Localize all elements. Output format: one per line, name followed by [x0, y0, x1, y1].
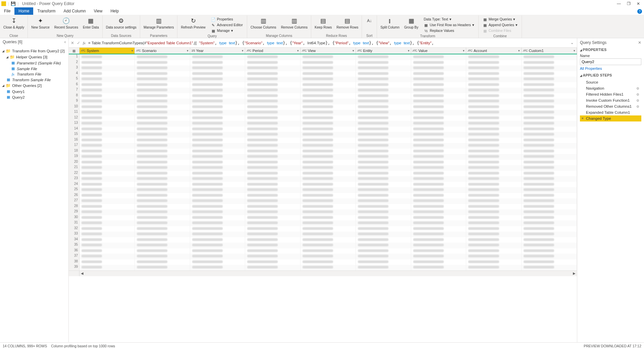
advanced-editor-button[interactable]: ✎Advanced Editor	[210, 22, 244, 28]
table-row[interactable]: 38	[69, 259, 577, 265]
cancel-formula-icon[interactable]: ✕	[71, 41, 74, 45]
accept-formula-icon[interactable]: ✓	[77, 41, 80, 45]
tab-add-column[interactable]: Add Column	[60, 7, 90, 15]
table-row[interactable]: 4	[69, 71, 577, 77]
append-queries-button[interactable]: ▦Append Queries ▾	[482, 22, 518, 28]
query-parameter1[interactable]: ▦Parameter1 (Sample File)	[1, 60, 67, 66]
new-source-button[interactable]: ✦New Source	[30, 16, 51, 30]
table-row[interactable]: 29	[69, 209, 577, 215]
formula-text[interactable]: = Table.TransformColumnTypes(#"Expanded …	[88, 41, 567, 45]
folder-transform-file[interactable]: ◢📁Transform File from Query2 [2]	[1, 48, 67, 54]
step-invoke-custom-function1[interactable]: Invoke Custom Function1⚙	[580, 97, 641, 103]
table-row[interactable]: 33	[69, 232, 577, 237]
folder-helper-queries[interactable]: ◢📁Helper Queries [3]	[1, 54, 67, 60]
merge-queries-button[interactable]: ▦Merge Queries ▾	[482, 17, 518, 22]
remove-columns-button[interactable]: ▥Remove Columns	[280, 16, 309, 30]
enter-data-button[interactable]: ▦Enter Data	[82, 16, 100, 30]
column-header-account[interactable]: AᴮCAccount▾	[466, 48, 522, 54]
collapse-queries-icon[interactable]: ‹	[64, 40, 66, 44]
column-header-custom1[interactable]: AᴮCCustom1▾	[522, 48, 577, 54]
step-navigation[interactable]: Navigation⚙	[580, 85, 641, 91]
close-apply-button[interactable]: ↧Close & Apply	[2, 16, 25, 30]
gear-icon[interactable]: ⚙	[636, 99, 639, 102]
table-row[interactable]: 21	[69, 165, 577, 171]
table-row[interactable]: 24	[69, 182, 577, 188]
table-row[interactable]: 7	[69, 88, 577, 93]
table-row[interactable]: 27	[69, 198, 577, 204]
table-row[interactable]: 30	[69, 215, 577, 221]
split-column-button[interactable]: ⫿Split Column	[379, 16, 401, 30]
table-row[interactable]: 2	[69, 60, 577, 66]
data-type-button[interactable]: Data Type: Text ▾	[423, 17, 475, 22]
column-header-system[interactable]: AᴮCSystem▾	[79, 48, 135, 54]
table-row[interactable]: 19	[69, 154, 577, 160]
tab-transform[interactable]: Transform	[33, 7, 59, 15]
table-row[interactable]: 32	[69, 226, 577, 232]
column-header-value[interactable]: AᴮCValue▾	[411, 48, 467, 54]
help-icon[interactable]: ?	[637, 9, 642, 14]
table-row[interactable]: 25	[69, 187, 577, 193]
grid-body[interactable]: 1234567891011121314151617181920212223242…	[69, 54, 577, 270]
step-filtered-hidden-files1[interactable]: Filtered Hidden Files1⚙	[580, 91, 641, 97]
keep-rows-button[interactable]: ▤Keep Rows	[313, 16, 333, 30]
query-query1[interactable]: ▦Query1	[1, 89, 67, 94]
manage-parameters-button[interactable]: ▥Manage Parameters	[142, 16, 175, 30]
table-row[interactable]: 14	[69, 127, 577, 132]
table-row[interactable]: 18	[69, 149, 577, 154]
tab-file[interactable]: File	[0, 7, 14, 15]
query-transform-file[interactable]: fxTransform File	[1, 71, 67, 77]
table-row[interactable]: 3	[69, 65, 577, 71]
remove-rows-button[interactable]: ▤Remove Rows	[335, 16, 360, 30]
table-row[interactable]: 20	[69, 160, 577, 165]
tab-home[interactable]: Home	[14, 7, 33, 15]
table-row[interactable]: 8	[69, 93, 577, 99]
save-icon[interactable]: 💾	[11, 1, 16, 6]
tab-view[interactable]: View	[90, 7, 107, 15]
table-row[interactable]: 37	[69, 254, 577, 259]
table-row[interactable]: 35	[69, 243, 577, 248]
data-source-settings-button[interactable]: ⚙Data source settings	[105, 16, 138, 30]
table-row[interactable]: 17	[69, 143, 577, 149]
table-row[interactable]: 39	[69, 265, 577, 270]
table-row[interactable]: 26	[69, 193, 577, 199]
gear-icon[interactable]: ⚙	[636, 87, 639, 90]
table-row[interactable]: 31	[69, 220, 577, 226]
column-header-entity[interactable]: AᴮCEntity▾	[356, 48, 411, 54]
step-source[interactable]: Source	[580, 79, 641, 85]
gear-icon[interactable]: ⚙	[636, 105, 639, 108]
table-row[interactable]: 36	[69, 248, 577, 254]
replace-values-button[interactable]: ½Replace Values	[423, 28, 475, 34]
column-header-period[interactable]: AᴮCPeriod▾	[245, 48, 301, 54]
select-all-cell[interactable]: ▦	[69, 48, 79, 54]
column-header-year[interactable]: 1²3Year▾	[190, 48, 246, 54]
scroll-right-icon[interactable]: ▶	[572, 271, 577, 275]
column-header-view[interactable]: AᴮCView▾	[301, 48, 356, 54]
sort-asc-button[interactable]: A↓	[364, 16, 375, 26]
scroll-left-icon[interactable]: ◀	[79, 271, 85, 275]
column-header-scenario[interactable]: AᴮCScenario▾	[135, 48, 190, 54]
recent-sources-button[interactable]: 🕘Recent Sources	[53, 16, 79, 30]
table-row[interactable]: 22	[69, 171, 577, 177]
table-row[interactable]: 10	[69, 104, 577, 110]
table-row[interactable]: 6	[69, 82, 577, 88]
table-row[interactable]: 16	[69, 138, 577, 143]
gear-icon[interactable]: ⚙	[636, 93, 639, 96]
query-name-input[interactable]	[580, 58, 641, 65]
step-changed-type[interactable]: Changed Type	[580, 115, 641, 121]
step-expanded-table-column1[interactable]: Expanded Table Column1	[580, 109, 641, 115]
minimize-button[interactable]: —	[617, 1, 621, 6]
query-query2[interactable]: ▦Query2	[1, 94, 67, 100]
manage-button[interactable]: ▦Manage ▾	[210, 28, 244, 34]
expand-formula-icon[interactable]: ⌄	[569, 41, 575, 45]
query-transform-sample-file[interactable]: ▦Transform Sample File	[1, 77, 67, 83]
query-sample-file[interactable]: ▦Sample File	[1, 66, 67, 71]
table-row[interactable]: 34	[69, 237, 577, 243]
properties-button[interactable]: 📄Properties	[210, 17, 244, 22]
table-row[interactable]: 1	[69, 54, 577, 60]
table-row[interactable]: 28	[69, 204, 577, 210]
table-row[interactable]: 11	[69, 110, 577, 115]
tab-help[interactable]: Help	[106, 7, 123, 15]
group-by-button[interactable]: ▦Group By	[403, 16, 420, 30]
first-row-headers-button[interactable]: ▦Use First Row as Headers ▾	[423, 22, 475, 28]
table-row[interactable]: 5	[69, 77, 577, 82]
